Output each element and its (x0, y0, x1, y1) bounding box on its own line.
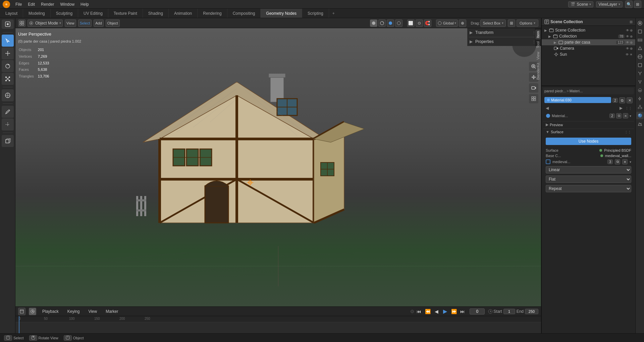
tab-texture-paint[interactable]: Texture Paint (108, 9, 143, 18)
props-object-icon[interactable] (636, 61, 644, 69)
add-workspace-tab[interactable]: + (329, 9, 338, 18)
viewport-shading-wire[interactable] (395, 19, 402, 27)
viewport-shading-solid[interactable] (370, 19, 377, 27)
mat-more-icon-2[interactable]: ▾ (630, 114, 631, 118)
viewport-canvas[interactable]: User Perspective (0) parte der casa | pa… (15, 28, 541, 306)
play-btn[interactable]: ▶ (441, 308, 449, 315)
props-shader-icon[interactable] (636, 120, 644, 128)
props-output-icon[interactable] (636, 28, 644, 35)
preview-header[interactable]: ▶ Preview (543, 121, 634, 128)
object-mode-btn[interactable]: Object Mode ▾ (28, 19, 63, 27)
surface-header[interactable]: ▼ Surface ⋮⋮ (543, 129, 634, 135)
tab-rendering[interactable]: Rendering (198, 9, 227, 18)
collection-visibility[interactable]: 👁 (626, 35, 629, 38)
tree-camera[interactable]: Camera 👁 ⊕ (542, 45, 635, 51)
sun-visibility[interactable]: 👁 (626, 53, 629, 56)
mat-copy-btn[interactable]: ⧉ (619, 97, 625, 103)
start-frame-input[interactable] (503, 309, 515, 314)
timeline-icon[interactable] (29, 308, 36, 315)
tab-animation[interactable]: Animation (169, 9, 198, 18)
tree-parte-der-casa[interactable]: ▶ parte der casa 123 👁 ⊕ (542, 39, 635, 45)
tex-del-btn[interactable]: ✕ (622, 159, 628, 164)
tree-visibility-icon[interactable]: 👁 (626, 29, 629, 32)
grid-view-icon[interactable] (529, 94, 538, 103)
xray-toggle[interactable]: ⬜ (407, 19, 415, 27)
props-physics-icon[interactable] (636, 87, 644, 94)
use-nodes-btn[interactable]: Use Nodes (546, 138, 631, 145)
scene-selector[interactable]: 🎬 Scene ▾ (568, 1, 593, 7)
n-tab-view[interactable]: View (535, 50, 541, 61)
tab-compositing[interactable]: Compositing (227, 9, 261, 18)
menu-help[interactable]: Help (78, 1, 92, 7)
tool-add-primitive[interactable] (2, 135, 14, 147)
props-view-layer-icon[interactable] (636, 36, 644, 44)
props-material-icon[interactable] (636, 112, 644, 119)
tab-geometry-nodes[interactable]: Geometry Nodes (261, 9, 302, 18)
linear-select[interactable]: Linear (546, 166, 631, 174)
mat-slot-item[interactable]: Material.030 (544, 97, 611, 103)
menu-window[interactable]: Window (57, 1, 77, 7)
n-tab-blenderkit[interactable]: BlenderKit (535, 61, 541, 81)
filter-collection-icon[interactable]: ⊞ (630, 20, 633, 24)
mat-prev-btn[interactable]: ◀ (544, 105, 550, 111)
camera-visibility[interactable]: 👁 (626, 47, 629, 50)
view-menu-timeline-btn[interactable]: View (86, 308, 100, 314)
props-world-icon[interactable] (636, 53, 644, 60)
mat-icon-copy[interactable]: ⧉ (616, 113, 622, 118)
viewport-shading-material[interactable] (378, 19, 386, 27)
timeline-ruler[interactable]: 0 50 100 150 200 250 (15, 316, 541, 333)
select-box-btn[interactable]: Select Box ▾ (480, 19, 506, 27)
pivot-selector[interactable]: ⊕ (459, 19, 466, 27)
properties-header[interactable]: ▶ Properties ⋮⋮ (469, 39, 540, 45)
tool-transform[interactable] (2, 89, 14, 101)
mode-selector[interactable] (2, 19, 14, 29)
props-data-icon[interactable] (636, 103, 644, 111)
end-frame-input[interactable] (525, 309, 538, 314)
proportional-edit[interactable]: ⊙ (416, 19, 423, 27)
options-btn[interactable]: Options ▾ (517, 19, 538, 27)
viewport-type-btn[interactable] (18, 19, 25, 27)
marker-menu-btn[interactable]: Marker (103, 308, 121, 314)
snap-toggle[interactable]: 🧲 (424, 19, 431, 27)
tool-rotate[interactable] (2, 60, 14, 72)
props-particles-icon[interactable] (636, 78, 644, 86)
viewport-shading-render[interactable] (387, 19, 394, 27)
add-menu-btn[interactable]: Add (94, 19, 104, 27)
tool-cursor[interactable] (2, 35, 14, 47)
tex-more-icon[interactable]: ▾ (630, 160, 631, 164)
view-layer-selector[interactable]: ViewLayer ▾ (596, 1, 623, 7)
tab-scripting[interactable]: Scripting (302, 9, 329, 18)
timeline-type-btn[interactable] (18, 308, 25, 315)
n-tab-item[interactable]: Item (535, 30, 541, 39)
flat-select[interactable]: Flat (546, 176, 631, 183)
parte-visibility[interactable]: 👁 (626, 41, 629, 44)
menu-render[interactable]: Render (38, 1, 57, 7)
sun-render[interactable]: ☀ (630, 53, 633, 56)
mat-icon-delete[interactable]: ✕ (623, 113, 628, 118)
search-icon[interactable]: 🔍 (625, 1, 633, 8)
keying-menu-btn[interactable]: Keying (65, 308, 83, 314)
mat-next-btn[interactable]: ▶ (618, 105, 624, 111)
tab-uv-editing[interactable]: UV Editing (78, 9, 108, 18)
props-modifier-icon[interactable] (636, 70, 644, 77)
n-tab-tool[interactable]: Tool (535, 40, 541, 49)
tree-collection[interactable]: ▶ Collection 78 👁 ⊕ (542, 33, 635, 39)
camera-view-icon[interactable] (529, 83, 538, 93)
filter-icon-vp[interactable]: ⊞ (508, 19, 515, 27)
tool-transform-2[interactable] (2, 118, 14, 131)
current-frame-input[interactable] (470, 308, 485, 314)
play-reverse-btn[interactable]: ◀ (433, 308, 440, 315)
playback-menu-btn[interactable]: Playback (40, 308, 61, 314)
orientation-selector[interactable]: Global ▾ (436, 19, 458, 27)
props-scene-icon[interactable] (636, 45, 644, 52)
object-menu-btn[interactable]: Object (106, 19, 120, 27)
mat-delete-btn[interactable]: ✕ (627, 97, 633, 103)
tree-scene-collection[interactable]: ▶ Scene Collection 👁 ⊕ (542, 27, 635, 33)
view-menu-btn[interactable]: View (65, 19, 76, 27)
camera-render[interactable]: ⊕ (630, 47, 633, 50)
tex-copy-btn[interactable]: ⧉ (615, 159, 620, 164)
jump-to-end-btn[interactable]: ⏭ (459, 308, 466, 315)
jump-to-prev-keyframe-btn[interactable]: ⏪ (424, 308, 431, 315)
tool-annotate[interactable] (2, 106, 14, 118)
tab-shading[interactable]: Shading (143, 9, 169, 18)
